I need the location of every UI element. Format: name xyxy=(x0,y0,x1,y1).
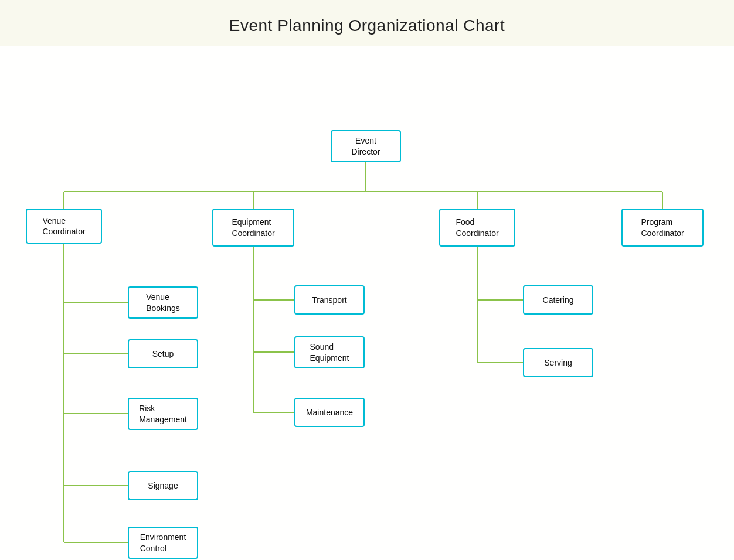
node-sound-equipment: Sound Equipment xyxy=(294,336,365,368)
node-setup: Setup xyxy=(128,339,198,368)
node-equipment-coordinator: Equipment Coordinator xyxy=(212,209,294,247)
page: Event Planning Organizational Chart xyxy=(0,0,734,560)
chart-area: Event Director Venue Coordinator Equipme… xyxy=(0,46,734,556)
node-venue-bookings: Venue Bookings xyxy=(128,286,198,319)
connectors-svg xyxy=(0,46,734,556)
node-food-coordinator: Food Coordinator xyxy=(439,209,515,247)
node-event-director: Event Director xyxy=(331,130,401,162)
node-environment-control: Environment Control xyxy=(128,527,198,559)
node-venue-coordinator: Venue Coordinator xyxy=(26,209,102,244)
node-risk-management: Risk Management xyxy=(128,398,198,430)
node-maintenance: Maintenance xyxy=(294,398,365,427)
node-program-coordinator: Program Coordinator xyxy=(621,209,704,247)
page-title: Event Planning Organizational Chart xyxy=(229,16,505,35)
node-catering: Catering xyxy=(523,285,593,315)
node-signage: Signage xyxy=(128,471,198,500)
title-area: Event Planning Organizational Chart xyxy=(0,0,734,46)
node-serving: Serving xyxy=(523,348,593,377)
node-transport: Transport xyxy=(294,285,365,315)
